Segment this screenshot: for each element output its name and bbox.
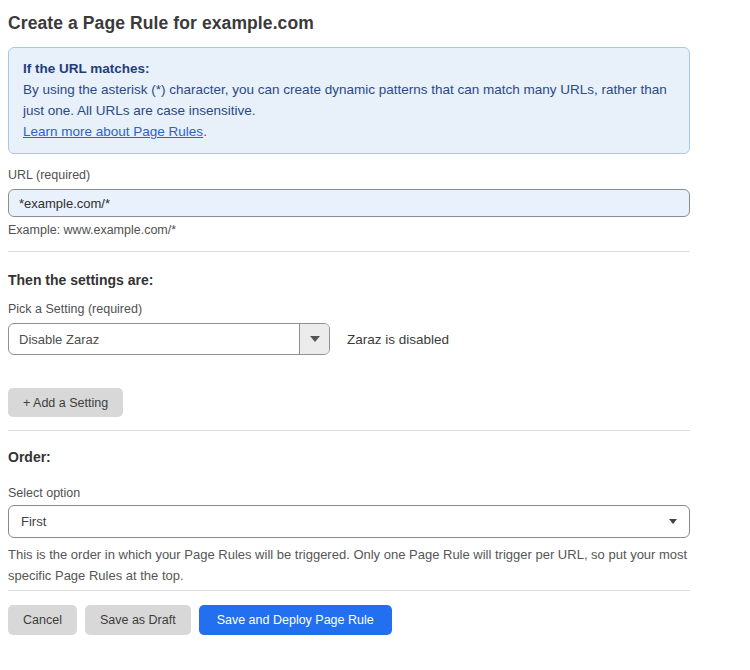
- caret-down-icon: [669, 519, 677, 524]
- info-box-body: By using the asterisk (*) character, you…: [23, 79, 675, 121]
- order-section-heading: Order:: [8, 449, 690, 465]
- info-box-link-line: Learn more about Page Rules.: [23, 121, 675, 142]
- setting-status-text: Zaraz is disabled: [347, 332, 449, 347]
- link-suffix: .: [203, 124, 207, 139]
- order-select-dropdown[interactable]: First: [8, 505, 690, 538]
- url-field-example: Example: www.example.com/*: [8, 223, 690, 237]
- url-input[interactable]: [8, 189, 690, 217]
- page-rule-form: Create a Page Rule for example.com If th…: [0, 13, 698, 635]
- url-field-label: URL (required): [8, 168, 690, 182]
- order-help-text: This is the order in which your Page Rul…: [8, 544, 690, 586]
- settings-section-heading: Then the settings are:: [8, 272, 690, 288]
- cancel-button[interactable]: Cancel: [8, 605, 77, 635]
- save-as-draft-button[interactable]: Save as Draft: [85, 605, 191, 635]
- footer-actions: Cancel Save as Draft Save and Deploy Pag…: [8, 605, 690, 635]
- setting-picker-row: Disable Zaraz Zaraz is disabled: [8, 323, 690, 355]
- info-box-heading: If the URL matches:: [23, 58, 675, 79]
- order-select-value: First: [21, 514, 46, 529]
- url-match-info-box: If the URL matches: By using the asteris…: [8, 47, 690, 154]
- add-setting-button[interactable]: + Add a Setting: [8, 388, 123, 417]
- divider: [8, 430, 690, 431]
- setting-picker-arrow-button[interactable]: [299, 324, 329, 354]
- caret-down-icon: [310, 336, 320, 342]
- setting-picker-dropdown[interactable]: Disable Zaraz: [8, 323, 330, 355]
- divider: [8, 251, 690, 252]
- learn-more-link[interactable]: Learn more about Page Rules: [23, 124, 203, 139]
- order-select-label: Select option: [8, 486, 690, 500]
- save-and-deploy-button[interactable]: Save and Deploy Page Rule: [199, 605, 392, 635]
- setting-picker-value: Disable Zaraz: [9, 324, 299, 354]
- page-title: Create a Page Rule for example.com: [8, 13, 690, 34]
- setting-picker-label: Pick a Setting (required): [8, 302, 690, 316]
- divider: [8, 590, 690, 591]
